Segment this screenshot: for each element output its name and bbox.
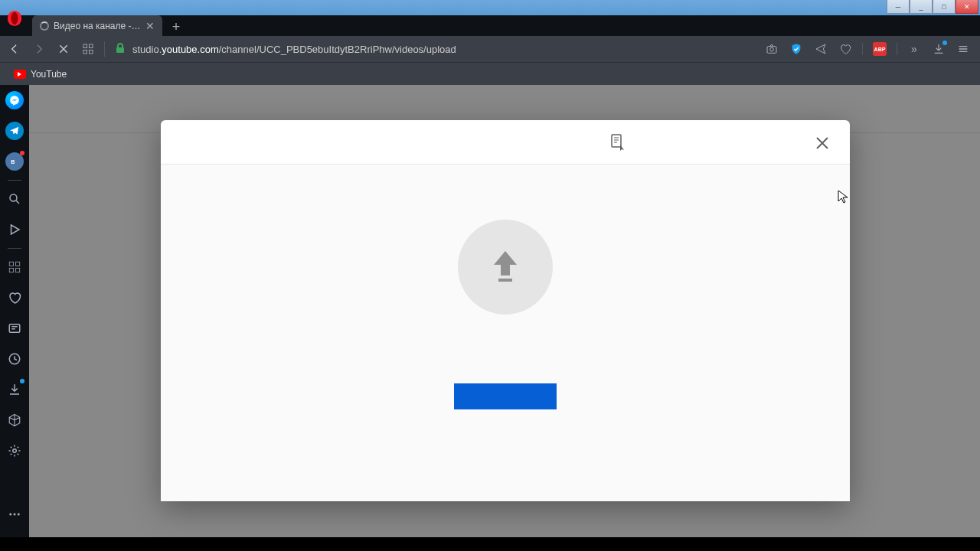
sidebar-pinboards[interactable]	[0, 282, 29, 313]
select-files-button[interactable]	[454, 383, 557, 409]
window-titlebar: ─ _ □ ✕	[0, 0, 980, 15]
dialog-header	[161, 120, 850, 165]
sidebar-more[interactable]	[0, 499, 29, 530]
grid-icon	[82, 43, 94, 55]
sidebar-messenger[interactable]	[0, 85, 29, 116]
opera-menu-button[interactable]	[0, 0, 29, 36]
telegram-icon	[5, 122, 24, 140]
svg-point-8	[770, 47, 774, 51]
new-tab-button[interactable]: +	[167, 18, 185, 36]
lock-icon[interactable]	[116, 43, 125, 56]
window-close-button[interactable]: ✕	[956, 0, 978, 14]
heart-icon	[839, 43, 851, 55]
shield-button[interactable]	[789, 41, 804, 57]
badge-dot	[942, 41, 947, 45]
taskbar	[0, 537, 980, 551]
svg-point-18	[9, 514, 11, 516]
sidebar-downloads[interactable]	[0, 374, 29, 405]
svg-point-10	[10, 194, 17, 201]
camera-icon	[766, 43, 778, 55]
url-field[interactable]: studio.youtube.com/channel/UCC_PBD5ebuIt…	[132, 44, 756, 55]
easy-setup-button[interactable]	[956, 41, 971, 57]
chevron-right-icon	[33, 43, 45, 55]
messenger-icon	[5, 91, 24, 109]
tab-title: Видео на канале - YouTub	[54, 21, 142, 31]
page-content	[29, 85, 980, 537]
sidebar-search[interactable]	[0, 184, 29, 214]
youtube-icon	[14, 70, 26, 79]
svg-rect-4	[83, 50, 87, 54]
dialog-body[interactable]	[161, 165, 850, 501]
tab-strip: Видео на канале - YouTub ✕ +	[0, 15, 980, 36]
svg-rect-14	[16, 269, 20, 272]
sidebar-history[interactable]	[0, 344, 29, 374]
grid-icon	[8, 260, 21, 274]
svg-rect-6	[116, 47, 124, 53]
workspace: B	[0, 85, 980, 537]
window-controls: ─ _ □ ✕	[887, 0, 978, 14]
downloads-button[interactable]	[931, 41, 946, 57]
svg-rect-13	[9, 269, 13, 272]
speed-dial-button[interactable]	[80, 41, 96, 57]
svg-rect-21	[612, 135, 621, 147]
window-minimize-button[interactable]: _	[910, 0, 933, 14]
snapshot-button[interactable]	[764, 41, 779, 57]
upload-dialog	[161, 120, 850, 501]
svg-point-1	[11, 11, 18, 24]
sidebar-settings[interactable]	[0, 435, 29, 466]
separator	[8, 248, 21, 249]
separator	[8, 180, 21, 181]
gear-icon	[8, 444, 21, 458]
toolbar-icons: ABP »	[764, 41, 974, 57]
upload-drop-zone[interactable]	[458, 220, 553, 315]
upload-arrow-icon	[489, 248, 521, 286]
shield-check-icon	[790, 43, 802, 55]
bookmark-youtube[interactable]: YouTube	[9, 66, 71, 83]
heart-icon	[8, 291, 21, 305]
close-icon	[57, 43, 70, 55]
adblock-button[interactable]: ABP	[872, 41, 887, 57]
sidebar-news[interactable]	[0, 313, 29, 344]
download-icon	[8, 383, 21, 396]
heart-button[interactable]	[838, 41, 853, 57]
bookmark-label: YouTube	[31, 69, 67, 80]
svg-rect-11	[9, 262, 13, 266]
send-icon	[815, 43, 827, 55]
feedback-button[interactable]	[611, 134, 625, 151]
sidebar-telegram[interactable]	[0, 116, 29, 146]
separator	[862, 43, 863, 55]
separator	[897, 43, 897, 55]
play-icon	[8, 223, 21, 236]
stop-button[interactable]	[55, 41, 72, 57]
extensions-overflow-button[interactable]: »	[906, 41, 922, 57]
news-icon	[8, 321, 21, 335]
send-button[interactable]	[813, 41, 828, 57]
svg-point-20	[18, 514, 20, 516]
separator	[104, 41, 105, 57]
feedback-icon	[611, 134, 625, 151]
svg-rect-2	[83, 44, 87, 48]
tab-close-button[interactable]: ✕	[145, 20, 155, 32]
window-pin-button[interactable]: ─	[887, 0, 910, 14]
search-icon	[8, 192, 21, 206]
cube-icon	[8, 413, 21, 427]
window-maximize-button[interactable]: □	[933, 0, 956, 14]
svg-rect-12	[16, 262, 20, 266]
forward-button[interactable]	[31, 41, 47, 57]
sidebar-player[interactable]	[0, 214, 29, 245]
address-bar: studio.youtube.com/channel/UCC_PBD5ebuIt…	[0, 36, 980, 62]
svg-rect-5	[89, 50, 93, 54]
svg-point-17	[13, 449, 17, 453]
bookmarks-bar: YouTube	[0, 62, 980, 85]
sidebar-extensions[interactable]	[0, 405, 29, 435]
dialog-close-button[interactable]	[813, 134, 831, 152]
sidebar-workspaces[interactable]	[0, 252, 29, 282]
loading-spinner-icon	[40, 21, 49, 31]
back-button[interactable]	[6, 41, 23, 57]
sidebar-vk[interactable]: B	[0, 146, 29, 177]
clock-icon	[8, 352, 21, 366]
abp-icon: ABP	[873, 42, 887, 56]
svg-point-19	[14, 514, 16, 516]
dots-icon	[8, 507, 21, 521]
browser-tab[interactable]: Видео на канале - YouTub ✕	[32, 15, 162, 36]
